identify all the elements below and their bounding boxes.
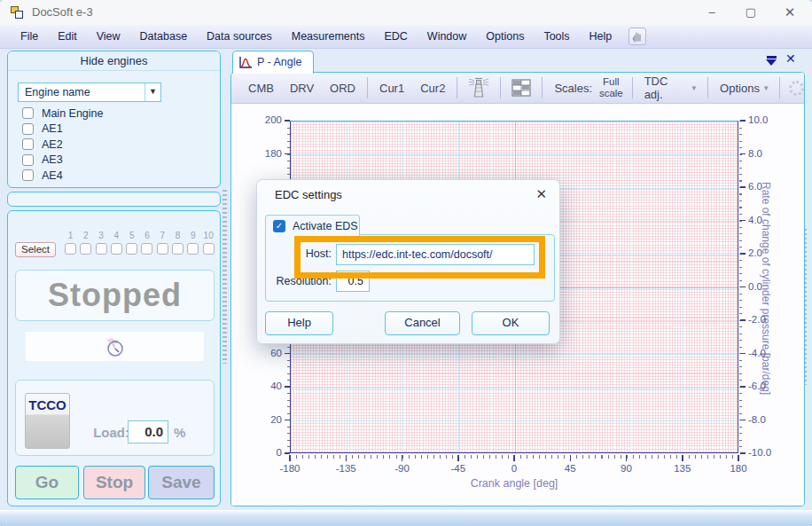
menu-item-edc[interactable]: EDC [374,25,417,48]
full-scale-button[interactable]: Full scale [594,76,629,99]
left-major-tick [285,420,290,421]
cursor-buttons: Cur1Cur2 [371,82,453,95]
help-button[interactable]: Help [265,311,333,335]
app-window: DocSoft e-3 – ▢ ✕ FileEditViewDatabaseDa… [0,0,812,526]
right-tick-label: -10.0 [748,447,771,458]
statusbar [0,510,812,526]
x-tick-label: 180 [721,463,756,474]
load-input[interactable]: 0.0 [128,420,168,444]
tcco-button[interactable]: TCCO [25,393,70,449]
left-major-tick [285,120,290,122]
right-tick-label: -2.0 [748,314,766,325]
chevron-down-icon: ▾ [692,83,697,92]
save-button[interactable]: Save [148,466,215,499]
toolbar-button-drv[interactable]: DRV [282,82,322,95]
menu-item-measurements[interactable]: Measurements [282,25,375,48]
channel-number: 4 [111,231,122,240]
go-button[interactable]: Go [15,466,79,499]
engine-checkbox-ae2[interactable] [22,138,34,150]
channel-number: 5 [126,231,137,240]
combo-dropdown-icon[interactable]: ▼ [144,83,160,101]
tab-list-icon[interactable] [766,56,777,66]
engine-checkbox-ae1[interactable] [22,123,34,135]
menu-item-options[interactable]: Options [476,25,534,48]
options-label: Options [720,82,760,95]
checked-checkbox-icon[interactable]: ✓ [273,220,285,232]
right-tick-label: 4.0 [748,215,762,225]
menu-item-database[interactable]: Database [130,25,198,48]
beacon-button[interactable] [461,76,496,99]
options-dropdown[interactable]: Options ▾ [712,82,776,95]
engine-checkbox-ae3[interactable] [22,154,34,166]
channel-number: 6 [141,231,152,240]
menu-item-help[interactable]: Help [580,25,622,48]
menu-items: FileEditViewDatabaseData sourcesMeasurem… [11,25,621,48]
engine-label: Main Engine [42,107,104,120]
channel-number: 10 [203,231,215,240]
engine-label: AE3 [42,153,63,166]
menu-item-data-sources[interactable]: Data sources [197,25,282,48]
menu-item-view[interactable]: View [87,25,130,48]
left-splitter-handle[interactable] [223,190,227,364]
select-button[interactable]: Select [15,242,56,257]
channel-checkbox-6[interactable] [141,243,152,255]
engine-checkbox-main-engine[interactable] [22,107,34,119]
menu-item-window[interactable]: Window [418,25,476,48]
maximize-button[interactable]: ▢ [736,2,766,23]
toolbar-button-ord[interactable]: ORD [322,82,363,95]
channel-checkbox-2[interactable] [80,243,91,255]
x-tick-label: 45 [552,463,588,474]
left-major-tick [285,386,290,388]
toolbar-button-cur2[interactable]: Cur2 [412,82,453,95]
load-unit: % [174,425,185,440]
channel-checkbox-1[interactable] [65,243,76,255]
toolbar-separator [779,77,780,98]
layout-button[interactable] [504,79,538,97]
engine-row-ae4: AE4 [22,168,213,184]
app-icon [11,5,25,20]
engine-checkbox-ae4[interactable] [22,169,34,181]
channel-checkboxes [65,243,215,255]
right-major-tick [740,287,746,288]
menu-item-tools[interactable]: Tools [534,25,579,48]
gauge-icon: Hz [104,335,127,358]
menu-item-edit[interactable]: Edit [48,25,87,48]
bottom-major-tick [346,455,347,461]
tab-close-icon[interactable]: ✕ [785,51,796,66]
channel-checkbox-9[interactable] [187,243,199,255]
left-tick-label: 180 [260,148,282,159]
channel-checkbox-3[interactable] [96,243,107,255]
channel-checkbox-4[interactable] [111,243,122,255]
dialog-close-icon[interactable]: ✕ [535,186,547,202]
tab-p-angle[interactable]: P - Angle [232,51,314,74]
activate-eds-label: Activate EDS [293,220,358,232]
minimize-button[interactable]: – [697,2,727,23]
hand-tool-button[interactable] [629,27,646,45]
toolbar-button-cur1[interactable]: Cur1 [371,82,412,95]
svg-text:Hz: Hz [112,339,118,344]
menubar: FileEditViewDatabaseData sourcesMeasurem… [0,25,812,49]
channel-checkbox-10[interactable] [203,243,215,255]
window-title: DocSoft e-3 [32,0,93,25]
channel-number: 3 [96,231,107,240]
channel-checkbox-7[interactable] [157,243,168,255]
hide-engines-button[interactable]: Hide engines [8,51,220,71]
channel-checkbox-5[interactable] [126,243,137,255]
ok-button[interactable]: OK [472,311,550,335]
left-major-tick [285,353,290,355]
stop-button[interactable]: Stop [83,466,145,499]
activate-eds-checkbox[interactable]: ✓ Activate EDS [265,215,360,236]
right-tick-label: 0.0 [748,281,762,292]
close-button[interactable]: ✕ [775,2,805,23]
toolbar-separator [457,77,457,98]
right-major-tick [740,120,746,122]
gridline-h [291,354,738,355]
channel-checkbox-8[interactable] [172,243,183,255]
engine-list: Main EngineAE1AE2AE3AE4 [22,106,213,184]
right-tick-label: 10.0 [748,114,768,125]
engine-name-combobox[interactable]: Engine name ▼ [18,82,161,102]
tdc-adj-dropdown[interactable]: TDC adj. ▾ [636,75,704,101]
menu-item-file[interactable]: File [11,25,48,48]
cancel-button[interactable]: Cancel [385,311,460,335]
toolbar-button-cmb[interactable]: CMB [240,82,282,95]
